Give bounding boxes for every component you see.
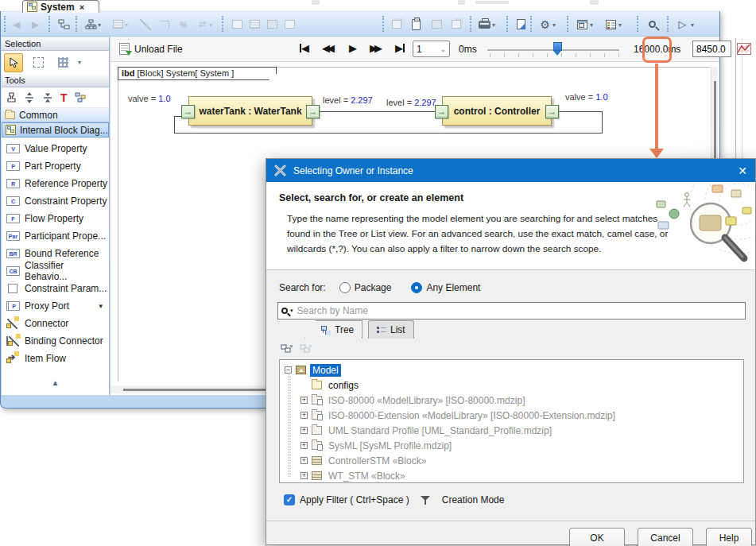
collapse-tree-icon[interactable] bbox=[300, 343, 312, 354]
tree-expand-icon[interactable] bbox=[300, 397, 308, 404]
containment-tree-icon[interactable] bbox=[56, 17, 72, 32]
apply-filter-label[interactable]: Apply Filter ( Ctrl+Space ) bbox=[300, 494, 409, 505]
model-tree-panel[interactable]: Model configs ISO-80000 «ModelLibrary» [… bbox=[279, 359, 744, 483]
port-control-in[interactable]: → bbox=[435, 105, 448, 118]
tree-row[interactable]: configs bbox=[280, 378, 743, 393]
insert-image-icon[interactable] bbox=[265, 17, 280, 32]
align-dropdown-icon[interactable]: ▾ bbox=[125, 21, 128, 29]
step-back-button[interactable]: ◀ bbox=[300, 42, 309, 54]
time-slider-thumb[interactable] bbox=[553, 42, 562, 51]
copy-icon[interactable] bbox=[389, 17, 404, 32]
step-forward-button[interactable]: ▶ bbox=[395, 42, 405, 54]
select-cursor-tool[interactable] bbox=[4, 53, 23, 72]
connector-valve-feedback[interactable] bbox=[174, 133, 603, 134]
tree-row[interactable]: ControllerSTM «Block» bbox=[280, 453, 743, 468]
tree-row[interactable]: SysML [SysML Profile.mdzip] bbox=[280, 438, 743, 453]
fast-forward-button[interactable]: ▶▶ bbox=[370, 42, 382, 54]
unload-file-icon[interactable] bbox=[119, 43, 130, 55]
properties-list-icon[interactable] bbox=[603, 17, 618, 32]
palette-scroll-up-icon[interactable]: ▲ bbox=[2, 378, 109, 387]
run-dropdown-icon[interactable]: ▾ bbox=[691, 21, 694, 29]
stereotype-tag-icon[interactable] bbox=[514, 17, 529, 32]
rewind-button[interactable]: ◀◀ bbox=[322, 42, 335, 54]
creation-mode-label[interactable]: Creation Mode bbox=[442, 494, 505, 505]
filter-funnel-icon[interactable] bbox=[421, 495, 431, 505]
paste-special-icon[interactable] bbox=[448, 17, 463, 32]
insert-shape-icon[interactable] bbox=[230, 17, 245, 32]
current-time-input[interactable] bbox=[692, 41, 731, 57]
tree-expand-icon[interactable] bbox=[300, 457, 308, 464]
properties-dropdown-icon[interactable]: ▾ bbox=[618, 21, 622, 29]
connector-valve-feedback[interactable] bbox=[559, 111, 602, 112]
delete-icon[interactable] bbox=[429, 17, 444, 32]
palette-item[interactable]: CB Classifier Behavio... bbox=[2, 262, 109, 280]
vertical-distribute-icon[interactable] bbox=[24, 92, 35, 103]
ok-button[interactable]: OK bbox=[569, 528, 625, 546]
hierarchy-dropdown-icon[interactable]: ▾ bbox=[98, 21, 101, 29]
selection-dropdown-icon[interactable]: ▾ bbox=[78, 59, 81, 66]
briefcase-dropdown-icon[interactable]: ▾ bbox=[492, 21, 495, 29]
window-layout-dropdown-icon[interactable]: ▾ bbox=[590, 21, 593, 29]
tab-tree[interactable]: Tree bbox=[304, 320, 362, 339]
tree-row[interactable]: UML Standard Profile [UML_Standard_Profi… bbox=[280, 423, 743, 438]
unload-file-button[interactable]: Unload File bbox=[134, 44, 183, 55]
connector-valve-feedback[interactable] bbox=[174, 116, 181, 117]
tab-list[interactable]: List bbox=[368, 320, 414, 339]
tree-expand-icon[interactable] bbox=[300, 442, 308, 449]
stamp-tool-icon[interactable] bbox=[6, 92, 17, 103]
tree-row[interactable]: ISO-80000-Extension «ModelLibrary» [ISO-… bbox=[280, 408, 743, 423]
radio-any-element-label[interactable]: Any Element bbox=[426, 282, 480, 293]
palette-item[interactable]: P Proxy Port ▾ bbox=[2, 297, 109, 315]
window-layout-icon[interactable] bbox=[575, 17, 590, 32]
part-watertank[interactable]: waterTank : WaterTank bbox=[188, 96, 312, 126]
palette-item[interactable]: Par Participant Prope... bbox=[2, 227, 109, 245]
tree-expand-icon[interactable] bbox=[285, 366, 292, 374]
radio-package[interactable] bbox=[339, 282, 351, 293]
marquee-select-tool[interactable] bbox=[29, 53, 48, 72]
run-simulation-icon[interactable]: ▷ bbox=[675, 17, 690, 32]
grid-select-tool[interactable] bbox=[53, 53, 72, 72]
palette-item[interactable]: V Value Property bbox=[2, 140, 109, 157]
swap-icon[interactable]: ⇄ bbox=[195, 17, 210, 32]
paste-icon[interactable] bbox=[409, 17, 424, 32]
palette-item[interactable]: P Part Property bbox=[2, 157, 109, 175]
gear-dropdown-icon[interactable]: ▾ bbox=[552, 21, 556, 29]
palette-item-dropdown-icon[interactable]: ▾ bbox=[99, 302, 103, 310]
hierarchy-layout-icon[interactable] bbox=[83, 17, 99, 32]
palette-item[interactable]: Binding Connector bbox=[2, 332, 109, 350]
text-tool-icon[interactable]: T bbox=[60, 91, 68, 104]
element-search-box[interactable]: ▾ bbox=[277, 302, 746, 319]
search-input[interactable] bbox=[297, 304, 742, 318]
connector-level[interactable] bbox=[320, 111, 435, 112]
vertical-collapse-icon[interactable] bbox=[42, 92, 53, 103]
tab-system[interactable]: System × bbox=[22, 0, 99, 13]
dialog-titlebar[interactable]: Selecting Owner or Instance ✕ bbox=[266, 159, 755, 182]
tree-row[interactable]: ISO-80000 «ModelLibrary» [ISO-80000.mdzi… bbox=[280, 393, 743, 408]
port-watertank-in[interactable]: → bbox=[181, 105, 195, 118]
cancel-button[interactable]: Cancel bbox=[638, 528, 693, 546]
speed-select[interactable]: 1 ⌄ bbox=[413, 41, 450, 57]
apply-filter-checkbox[interactable]: ✓ bbox=[284, 494, 295, 505]
palette-item[interactable]: R Reference Property bbox=[2, 175, 109, 192]
forward-icon[interactable]: ▶ bbox=[28, 17, 43, 32]
play-button[interactable]: ▶ bbox=[349, 42, 357, 54]
tree-row[interactable]: WT_STM «Block» bbox=[280, 468, 743, 483]
radio-package-label[interactable]: Package bbox=[355, 282, 392, 293]
back-icon[interactable]: ◀ bbox=[9, 17, 24, 32]
port-control-out[interactable]: → bbox=[545, 105, 559, 118]
swap-dropdown-icon[interactable]: ▾ bbox=[209, 21, 212, 29]
palette-item[interactable]: Constraint Param... bbox=[2, 280, 109, 297]
insert-frame-icon[interactable] bbox=[282, 17, 297, 32]
palette-item[interactable]: C Constraint Property bbox=[2, 192, 109, 210]
palette-group-common[interactable]: Common bbox=[2, 107, 109, 122]
part-control[interactable]: control : Controller bbox=[442, 96, 552, 126]
help-button[interactable]: Help bbox=[706, 528, 752, 546]
palette-group-internal-block-diagram[interactable]: Internal Block Diag... bbox=[2, 122, 109, 137]
expand-tree-icon[interactable] bbox=[281, 343, 293, 354]
insert-table-icon[interactable] bbox=[247, 17, 262, 32]
palette-item[interactable]: Item Flow bbox=[2, 350, 109, 367]
connector-valve-feedback[interactable] bbox=[174, 116, 175, 133]
tree-row[interactable]: Model bbox=[280, 362, 743, 378]
draw-line-icon[interactable] bbox=[138, 17, 153, 32]
palette-item[interactable]: Connector bbox=[2, 315, 109, 332]
